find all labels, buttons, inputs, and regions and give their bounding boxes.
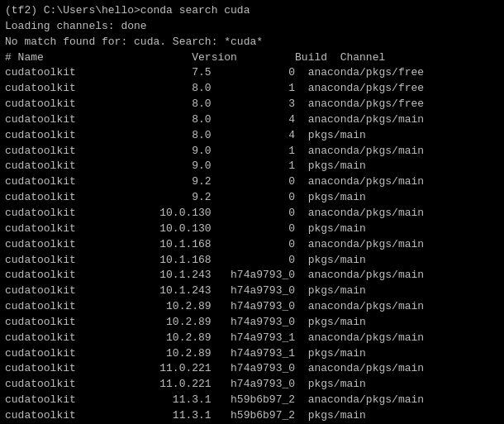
table-row: cudatoolkit 9.2 0 anaconda/pkgs/main bbox=[5, 174, 499, 190]
table-row: cudatoolkit 9.2 0 pkgs/main bbox=[5, 190, 499, 206]
table-row: cudatoolkit 10.1.243 h74a9793_0 anaconda… bbox=[5, 268, 499, 283]
table-row: cudatoolkit 11.0.221 h74a9793_0 pkgs/mai… bbox=[5, 377, 499, 393]
table-row: cudatoolkit 10.2.89 h74a9793_0 anaconda/… bbox=[5, 299, 499, 315]
table-row: cudatoolkit 9.0 1 pkgs/main bbox=[5, 159, 499, 174]
table-row: cudatoolkit 9.0 1 anaconda/pkgs/main bbox=[5, 144, 499, 160]
table-row: cudatoolkit 10.1.168 0 pkgs/main bbox=[5, 253, 499, 269]
table-row: cudatoolkit 11.3.1 h59b6b97_2 anaconda/p… bbox=[5, 393, 499, 408]
table-row: cudatoolkit 7.5 0 anaconda/pkgs/free bbox=[5, 65, 499, 81]
no-match-line: No match found for: cuda. Search: *cuda* bbox=[5, 35, 499, 50]
table-row: cudatoolkit 10.1.168 0 anaconda/pkgs/mai… bbox=[5, 237, 499, 253]
table-body: cudatoolkit 7.5 0 anaconda/pkgs/freecuda… bbox=[5, 65, 499, 424]
table-row: cudatoolkit 11.3.1 h59b6b97_2 pkgs/main bbox=[5, 408, 499, 424]
table-row: cudatoolkit 8.0 3 anaconda/pkgs/free bbox=[5, 97, 499, 112]
table-row: cudatoolkit 10.0.130 0 pkgs/main bbox=[5, 222, 499, 237]
table-row: cudatoolkit 10.1.243 h74a9793_0 pkgs/mai… bbox=[5, 283, 499, 299]
table-row: cudatoolkit 10.0.130 0 anaconda/pkgs/mai… bbox=[5, 206, 499, 222]
table-row: cudatoolkit 10.2.89 h74a9793_1 anaconda/… bbox=[5, 331, 499, 346]
table-row: cudatoolkit 8.0 4 pkgs/main bbox=[5, 128, 499, 144]
table-row: cudatoolkit 11.0.221 h74a9793_0 anaconda… bbox=[5, 361, 499, 377]
table-row: cudatoolkit 10.2.89 h74a9793_1 pkgs/main bbox=[5, 346, 499, 362]
terminal: (tf2) C:\Users\hello>conda search cuda L… bbox=[0, 0, 504, 424]
table-row: cudatoolkit 8.0 4 anaconda/pkgs/main bbox=[5, 112, 499, 128]
table-header: # Name Version Build Channel bbox=[5, 50, 499, 66]
table-row: cudatoolkit 10.2.89 h74a9793_0 pkgs/main bbox=[5, 315, 499, 331]
prompt-line: (tf2) C:\Users\hello>conda search cuda bbox=[5, 3, 499, 19]
table-row: cudatoolkit 8.0 1 anaconda/pkgs/free bbox=[5, 81, 499, 97]
loading-line: Loading channels: done bbox=[5, 19, 499, 35]
